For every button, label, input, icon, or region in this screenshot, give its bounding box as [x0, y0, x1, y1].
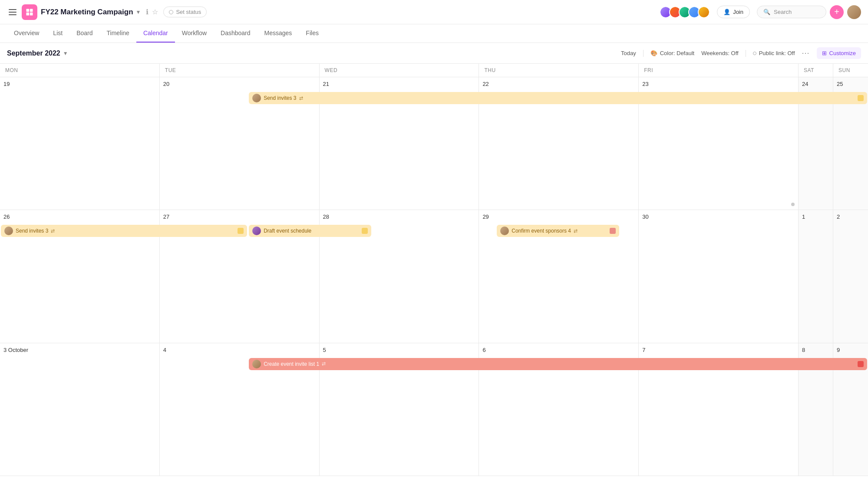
- date-2: 2: [837, 213, 865, 220]
- avatar-5[interactable]: [698, 6, 710, 18]
- week-row-1: 19 20 21 22 23 24 25: [0, 77, 868, 210]
- join-label: Join: [733, 9, 743, 15]
- event-subtask-icon-3: ⇄: [574, 228, 578, 234]
- cell-oct2[interactable]: 2: [833, 210, 868, 342]
- color-button[interactable]: 🎨 Color: Default: [650, 50, 694, 56]
- header-sun: Sun: [833, 64, 868, 77]
- calendar-body: 19 20 21 22 23 24 25: [0, 77, 868, 476]
- add-button[interactable]: +: [830, 5, 844, 19]
- date-23: 23: [642, 81, 795, 87]
- date-oct7: 7: [642, 347, 795, 353]
- date-19: 19: [3, 81, 156, 87]
- month-label: September 2022: [7, 49, 60, 57]
- month-caret-icon: ▼: [63, 50, 68, 56]
- span-event-draft: Draft event schedule: [248, 225, 372, 237]
- header-mon: Mon: [0, 64, 160, 77]
- customize-button[interactable]: ⊞ Customize: [817, 47, 861, 59]
- hamburger-menu[interactable]: [7, 7, 18, 17]
- cell-oct1[interactable]: 1: [799, 210, 833, 342]
- date-oct3: 3 October: [3, 347, 156, 353]
- date-30: 30: [642, 213, 795, 220]
- tab-timeline[interactable]: Timeline: [100, 24, 136, 43]
- cell-oct3[interactable]: 3 October: [0, 343, 160, 476]
- top-bar-icons: ℹ ☆: [146, 8, 158, 16]
- event-send-invites-3-week2[interactable]: Send invites 3 ⇄: [1, 225, 247, 237]
- today-button[interactable]: Today: [621, 50, 636, 56]
- header-wed: Wed: [320, 64, 479, 77]
- date-27: 27: [163, 213, 316, 220]
- event-avatar-1: [252, 94, 261, 102]
- join-icon: 👤: [723, 9, 730, 15]
- calendar-day-headers: Mon Tue Wed Thu Fri Sat Sun: [0, 64, 868, 77]
- cell-sep30[interactable]: 30: [639, 210, 799, 342]
- event-checkbox-4: [610, 228, 616, 234]
- event-checkbox-2: [238, 228, 244, 234]
- event-checkbox-5: [858, 361, 864, 367]
- event-send-invites-label: Send invites 3: [264, 95, 296, 101]
- header-thu: Thu: [479, 64, 639, 77]
- dot-indicator: [791, 203, 795, 206]
- event-confirm-label: Confirm event sponsors 4: [512, 228, 571, 234]
- color-icon: 🎨: [650, 50, 657, 56]
- tab-messages[interactable]: Messages: [257, 24, 299, 43]
- tab-calendar[interactable]: Calendar: [136, 24, 175, 43]
- star-icon[interactable]: ☆: [152, 8, 158, 16]
- month-selector[interactable]: September 2022 ▼: [7, 49, 68, 57]
- week-row-2: 26 27 28 29 30 1 2: [0, 210, 868, 343]
- date-26: 26: [3, 213, 156, 220]
- tab-files[interactable]: Files: [299, 24, 326, 43]
- date-oct4: 4: [163, 347, 316, 353]
- event-avatar-5: [252, 360, 261, 368]
- date-oct8: 8: [802, 347, 829, 353]
- circle-icon: [753, 52, 756, 55]
- user-avatar[interactable]: [847, 5, 861, 19]
- week-row-3: 3 October 4 5 6 7 8 9: [0, 343, 868, 476]
- search-placeholder: Search: [774, 9, 792, 15]
- tab-overview[interactable]: Overview: [7, 24, 46, 43]
- header-sat: Sat: [799, 64, 833, 77]
- search-bar[interactable]: 🔍 Search: [757, 6, 826, 18]
- event-create-invite-list[interactable]: Create event invite list 1 ⇄: [249, 358, 867, 370]
- team-avatars: [660, 6, 710, 18]
- project-title-caret: ▼: [136, 9, 141, 15]
- weekends-button[interactable]: Weekends: Off: [701, 50, 739, 56]
- event-send-invites-3-week1[interactable]: Send invites 3 ⇄: [249, 92, 867, 104]
- nav-tabs: Overview List Board Timeline Calendar Wo…: [0, 24, 868, 43]
- date-1: 1: [802, 213, 829, 220]
- svg-rect-3: [30, 12, 33, 15]
- event-confirm-sponsors[interactable]: Confirm event sponsors 4 ⇄: [497, 225, 619, 237]
- date-25: 25: [837, 81, 865, 87]
- tab-dashboard[interactable]: Dashboard: [214, 24, 257, 43]
- set-status-label: Set status: [176, 9, 201, 15]
- project-title[interactable]: FY22 Marketing Campaign ▼: [41, 8, 141, 16]
- status-circle-icon: [169, 10, 173, 14]
- span-event-confirm: Confirm event sponsors 4 ⇄: [496, 225, 620, 237]
- event-create-invite-label: Create event invite list 1: [264, 361, 319, 367]
- public-link-button[interactable]: Public link: Off: [753, 50, 795, 56]
- set-status-button[interactable]: Set status: [163, 7, 207, 17]
- event-draft-schedule[interactable]: Draft event schedule: [249, 225, 371, 237]
- event-draft-label: Draft event schedule: [264, 228, 311, 234]
- date-29: 29: [482, 213, 635, 220]
- tab-workflow[interactable]: Workflow: [175, 24, 214, 43]
- toolbar-right: Today 🎨 Color: Default Weekends: Off Pub…: [621, 47, 861, 59]
- date-oct9: 9: [837, 347, 865, 353]
- date-28: 28: [323, 213, 475, 220]
- date-oct6: 6: [482, 347, 635, 353]
- customize-label: Customize: [829, 50, 856, 56]
- more-options-button[interactable]: ···: [802, 49, 810, 58]
- cell-sep19[interactable]: 19: [0, 77, 160, 210]
- search-icon: 🔍: [763, 9, 770, 15]
- date-oct5: 5: [323, 347, 475, 353]
- join-button[interactable]: 👤 Join: [717, 6, 750, 18]
- event-subtask-icon-2: ⇄: [51, 228, 55, 234]
- event-subtask-icon-4: ⇄: [322, 361, 326, 367]
- toolbar-divider-2: [746, 50, 746, 57]
- event-checkbox-3: [362, 228, 368, 234]
- color-label: Color: Default: [660, 50, 694, 56]
- header-tue: Tue: [160, 64, 320, 77]
- tab-board[interactable]: Board: [69, 24, 99, 43]
- info-icon[interactable]: ℹ: [146, 8, 149, 16]
- event-checkbox: [858, 95, 864, 101]
- tab-list[interactable]: List: [46, 24, 69, 43]
